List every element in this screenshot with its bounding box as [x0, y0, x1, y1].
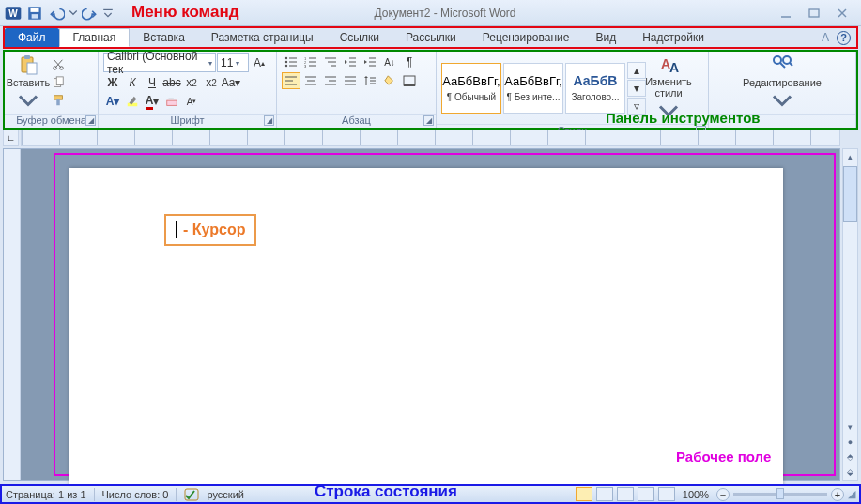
status-words[interactable]: Число слов: 0 [102, 489, 169, 500]
zoom-slider[interactable] [733, 493, 827, 496]
highlight-icon[interactable] [123, 93, 142, 110]
justify-icon[interactable] [341, 72, 360, 89]
fullscreen-reading-view-icon[interactable] [596, 487, 613, 501]
grow-font-icon[interactable]: A▴ [250, 54, 269, 71]
ribbon-minimize-icon[interactable]: ᐱ [822, 31, 829, 44]
qat-customize-icon[interactable] [102, 4, 114, 23]
web-layout-view-icon[interactable] [617, 487, 634, 501]
decrease-indent-icon[interactable] [341, 53, 360, 70]
draft-view-icon[interactable] [658, 487, 675, 501]
bold-icon[interactable]: Ж [103, 74, 122, 91]
clipboard-dialog-launcher-icon[interactable]: ◢ [85, 115, 96, 126]
save-icon[interactable] [25, 4, 44, 23]
shading-icon[interactable] [380, 72, 399, 89]
multilevel-list-icon[interactable] [321, 53, 340, 70]
style-name-text: ¶ Без инте... [507, 92, 561, 102]
sort-icon[interactable]: A↓ [380, 53, 399, 70]
numbering-icon[interactable]: 123 [301, 53, 320, 70]
word-app-icon[interactable]: W [4, 4, 23, 23]
vertical-ruler[interactable] [4, 149, 21, 480]
zoom-in-button[interactable]: + [831, 488, 844, 501]
cut-icon[interactable] [49, 56, 68, 73]
svg-rect-12 [27, 63, 37, 74]
zoom-slider-handle[interactable] [776, 488, 784, 499]
svg-rect-18 [56, 77, 63, 85]
line-spacing-icon[interactable] [361, 72, 379, 89]
tab-mailings[interactable]: Рассылки [392, 28, 469, 47]
group-editing: Редактирование [709, 52, 856, 128]
format-painter-icon[interactable] [49, 92, 68, 109]
increase-indent-icon[interactable] [361, 53, 379, 70]
close-button[interactable] [833, 6, 852, 21]
find-button[interactable]: Редактирование [740, 53, 824, 112]
window-title: Документ2 - Microsoft Word [114, 7, 776, 20]
scroll-thumb[interactable] [843, 166, 857, 222]
clear-formatting-icon[interactable] [162, 93, 181, 110]
help-icon[interactable]: ? [837, 31, 851, 45]
outline-view-icon[interactable] [638, 487, 654, 501]
superscript-icon[interactable]: x2 [202, 74, 221, 91]
scroll-down-icon[interactable]: ▾ [843, 420, 857, 435]
font-size-combo[interactable]: 11▾ [217, 53, 249, 72]
tab-addins[interactable]: Надстройки [629, 28, 717, 47]
tab-references[interactable]: Ссылки [327, 28, 392, 47]
tab-view[interactable]: Вид [582, 28, 629, 47]
undo-icon[interactable] [47, 4, 66, 23]
style-normal[interactable]: АаБбВвГг, ¶ Обычный [441, 63, 501, 114]
svg-point-28 [285, 65, 287, 67]
canvas-area[interactable] [21, 149, 839, 480]
tab-file[interactable]: Файл [5, 28, 59, 47]
subscript-icon[interactable]: x2 [182, 74, 201, 91]
window-controls [776, 6, 857, 21]
ruler-corner[interactable]: ∟ [3, 130, 19, 146]
font-color-icon[interactable]: A▾ [143, 93, 161, 110]
change-case-icon[interactable]: Aa▾ [222, 74, 240, 91]
show-marks-icon[interactable]: ¶ [400, 53, 419, 70]
align-right-icon[interactable] [321, 72, 340, 89]
undo-dropdown-icon[interactable] [69, 4, 78, 23]
tab-insert[interactable]: Вставка [130, 28, 198, 47]
strikethrough-icon[interactable]: abc [162, 74, 181, 91]
redo-icon[interactable] [81, 4, 100, 23]
styles-gallery-scroll[interactable]: ▴ ▾ ▿ [627, 62, 640, 115]
status-language[interactable]: русский [207, 489, 243, 500]
svg-point-67 [783, 56, 791, 64]
tab-home[interactable]: Главная [59, 28, 131, 47]
italic-icon[interactable]: К [123, 74, 142, 91]
horizontal-ruler[interactable] [21, 130, 840, 146]
underline-icon[interactable]: Ч [143, 74, 161, 91]
group-clipboard: Вставить Буфер обмена◢ [5, 52, 99, 128]
tab-layout[interactable]: Разметка страницы [198, 28, 327, 47]
bullets-icon[interactable] [282, 53, 300, 70]
tab-review[interactable]: Рецензирование [469, 28, 583, 47]
spellcheck-icon[interactable] [184, 488, 199, 501]
browse-object-icon[interactable]: ● [843, 435, 857, 450]
next-page-icon[interactable]: ⬙ [843, 465, 857, 480]
font-name-combo[interactable]: Calibri (Основной тек▾ [103, 53, 216, 72]
copy-icon[interactable] [49, 74, 68, 91]
group-label-editing [709, 114, 855, 128]
scroll-up-icon[interactable]: ▴ [843, 149, 857, 164]
borders-icon[interactable] [400, 72, 419, 89]
paragraph-dialog-launcher-icon[interactable]: ◢ [423, 115, 434, 126]
minimize-button[interactable] [776, 6, 795, 21]
align-left-icon[interactable] [282, 72, 300, 89]
zoom-out-button[interactable]: − [716, 488, 730, 501]
resize-grip-icon[interactable]: ◢ [848, 488, 855, 500]
prev-page-icon[interactable]: ⬘ [843, 450, 857, 465]
font-dialog-launcher-icon[interactable]: ◢ [264, 115, 274, 126]
style-heading1[interactable]: АаБбВ Заголово... [565, 63, 625, 114]
status-page[interactable]: Страница: 1 из 1 [6, 489, 86, 500]
change-styles-button[interactable]: AA Изменить стили [642, 53, 695, 122]
zoom-level[interactable]: 100% [683, 489, 709, 500]
align-center-icon[interactable] [301, 72, 320, 89]
svg-text:3: 3 [304, 64, 307, 68]
text-effects-icon[interactable]: A▾ [103, 93, 122, 110]
maximize-button[interactable] [805, 6, 823, 21]
shrink-font-icon[interactable]: A▾ [182, 93, 201, 110]
print-layout-view-icon[interactable] [576, 487, 592, 501]
style-nospacing[interactable]: АаБбВвГг, ¶ Без инте... [503, 63, 563, 114]
paste-button[interactable]: Вставить [9, 53, 47, 112]
svg-rect-19 [54, 96, 63, 99]
vertical-scrollbar[interactable]: ▴ ▾ ● ⬘ ⬙ [842, 148, 858, 481]
